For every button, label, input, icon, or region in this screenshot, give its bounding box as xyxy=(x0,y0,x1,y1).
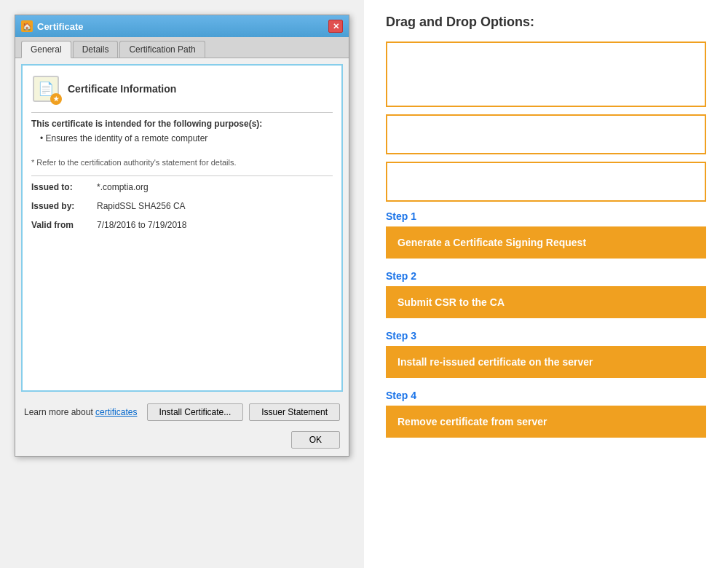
cert-field-valid-from: Valid from 7/18/2016 to 7/19/2018 xyxy=(31,220,333,230)
issuer-statement-button[interactable]: Issuer Statement xyxy=(249,403,340,421)
footer-buttons: Install Certificate... Issuer Statement xyxy=(147,403,340,421)
step2-label: Step 2 xyxy=(386,270,706,282)
ok-button[interactable]: OK xyxy=(291,431,340,449)
cert-badge-icon: ★ xyxy=(50,93,62,105)
left-panel: 🏠 Certificate ✕ General Details Certific… xyxy=(0,0,364,568)
step4-button[interactable]: Remove certificate from server xyxy=(386,406,706,438)
cert-field-issued-by: Issued by: RapidSSL SHA256 CA xyxy=(31,201,333,211)
tab-general[interactable]: General xyxy=(21,41,71,58)
cert-purpose-heading: This certificate is intended for the fol… xyxy=(31,119,333,129)
certificate-window: 🏠 Certificate ✕ General Details Certific… xyxy=(15,15,349,457)
step3-button[interactable]: Install re-issued certificate on the ser… xyxy=(386,346,706,378)
step4-label: Step 4 xyxy=(386,390,706,401)
close-button[interactable]: ✕ xyxy=(328,20,343,33)
cert-value-issued-by: RapidSSL SHA256 CA xyxy=(97,201,186,211)
step2-button[interactable]: Submit CSR to the CA xyxy=(386,286,706,318)
cert-label-issued-to: Issued to: xyxy=(31,182,97,192)
cert-note: * Refer to the certification authority's… xyxy=(31,158,333,167)
title-left: 🏠 Certificate xyxy=(21,20,84,32)
cert-icon: 📄 ★ xyxy=(31,74,60,103)
window-app-icon: 🏠 xyxy=(21,20,33,32)
cert-value-valid-from: 7/18/2016 to 7/19/2018 xyxy=(97,220,186,230)
drop-zone-3[interactable] xyxy=(386,162,706,202)
learn-more-text: Learn more about certificates xyxy=(24,407,137,417)
step1-button[interactable]: Generate a Certificate Signing Request xyxy=(386,226,706,259)
cert-purpose-item: • Ensures the identity of a remote compu… xyxy=(40,133,333,143)
drag-drop-title: Drag and Drop Options: xyxy=(386,15,706,30)
install-certificate-button[interactable]: Install Certificate... xyxy=(147,403,244,421)
step1-label: Step 1 xyxy=(386,210,706,222)
window-title: Certificate xyxy=(37,21,84,32)
cert-value-issued-to: *.comptia.org xyxy=(97,182,149,192)
step3-label: Step 3 xyxy=(386,330,706,342)
right-panel: Drag and Drop Options: Step 1 Generate a… xyxy=(364,0,728,568)
drop-zone-1[interactable] xyxy=(386,42,706,107)
tab-certification-path[interactable]: Certification Path xyxy=(119,41,205,58)
cert-label-valid-from: Valid from xyxy=(31,220,97,230)
cert-info-title: Certificate Information xyxy=(68,83,176,95)
drop-zone-2[interactable] xyxy=(386,114,706,154)
tab-details[interactable]: Details xyxy=(73,41,119,58)
cert-divider-2 xyxy=(31,175,333,176)
cert-divider-1 xyxy=(31,112,333,113)
cert-field-issued-to: Issued to: *.comptia.org xyxy=(31,182,333,192)
window-content: 📄 ★ Certificate Information This certifi… xyxy=(21,64,343,392)
certificates-link[interactable]: certificates xyxy=(95,407,137,417)
cert-header: 📄 ★ Certificate Information xyxy=(31,74,333,103)
cert-label-issued-by: Issued by: xyxy=(31,201,97,211)
tab-bar: General Details Certification Path xyxy=(15,37,349,58)
window-footer: Learn more about certificates Install Ce… xyxy=(15,398,349,427)
ok-row: OK xyxy=(15,427,349,456)
window-titlebar: 🏠 Certificate ✕ xyxy=(15,15,349,37)
